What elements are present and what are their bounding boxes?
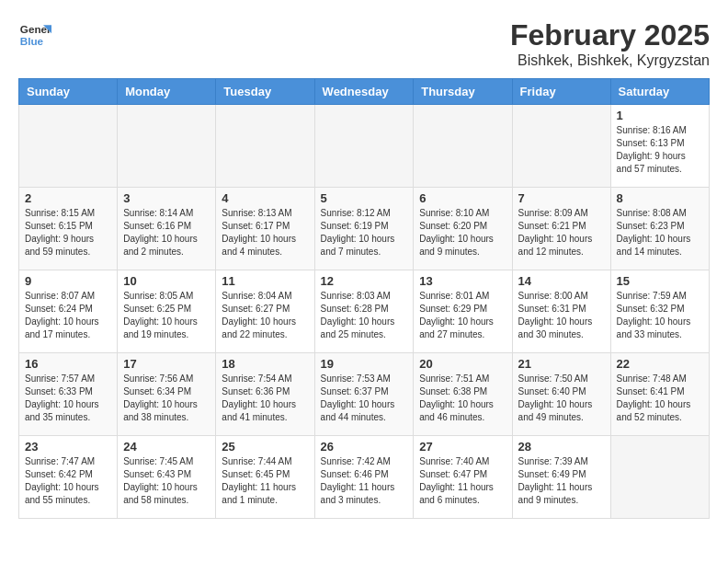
day-number: 26	[321, 440, 408, 454]
svg-text:General: General	[20, 23, 51, 35]
day-info: Sunrise: 8:08 AM Sunset: 6:23 PM Dayligh…	[617, 207, 703, 259]
calendar-cell: 28Sunrise: 7:39 AM Sunset: 6:49 PM Dayli…	[512, 436, 610, 519]
day-info: Sunrise: 8:09 AM Sunset: 6:21 PM Dayligh…	[518, 207, 605, 259]
day-info: Sunrise: 7:53 AM Sunset: 6:37 PM Dayligh…	[321, 373, 408, 424]
day-number: 17	[123, 357, 210, 371]
weekday-header-sunday: Sunday	[19, 79, 118, 105]
weekday-header-monday: Monday	[118, 79, 216, 105]
day-number: 21	[518, 357, 605, 371]
location-title: Bishkek, Bishkek, Kyrgyzstan	[510, 52, 710, 69]
calendar-cell: 27Sunrise: 7:40 AM Sunset: 6:47 PM Dayli…	[414, 436, 512, 519]
day-number: 13	[419, 274, 506, 288]
day-number: 28	[518, 440, 605, 454]
day-info: Sunrise: 7:39 AM Sunset: 6:49 PM Dayligh…	[518, 455, 605, 507]
day-number: 6	[419, 191, 506, 205]
calendar-cell: 17Sunrise: 7:56 AM Sunset: 6:34 PM Dayli…	[118, 353, 216, 436]
day-number: 8	[617, 191, 703, 205]
day-number: 7	[518, 191, 605, 205]
page-header: General Blue General Blue February 2025 …	[18, 18, 710, 69]
day-number: 11	[222, 274, 308, 288]
calendar-cell: 13Sunrise: 8:01 AM Sunset: 6:29 PM Dayli…	[414, 270, 512, 353]
calendar-cell: 15Sunrise: 7:59 AM Sunset: 6:32 PM Dayli…	[610, 270, 709, 353]
day-number: 9	[25, 274, 111, 288]
day-number: 4	[222, 191, 308, 205]
calendar-cell	[512, 105, 610, 188]
day-number: 14	[518, 274, 605, 288]
calendar-week-0: 1Sunrise: 8:16 AM Sunset: 6:13 PM Daylig…	[19, 105, 710, 188]
title-block: February 2025 Bishkek, Bishkek, Kyrgyzst…	[510, 18, 710, 69]
day-info: Sunrise: 8:12 AM Sunset: 6:19 PM Dayligh…	[321, 207, 408, 259]
calendar-cell: 10Sunrise: 8:05 AM Sunset: 6:25 PM Dayli…	[118, 270, 216, 353]
day-info: Sunrise: 8:15 AM Sunset: 6:15 PM Dayligh…	[25, 207, 111, 259]
calendar-cell: 8Sunrise: 8:08 AM Sunset: 6:23 PM Daylig…	[610, 188, 709, 270]
calendar-cell: 26Sunrise: 7:42 AM Sunset: 6:46 PM Dayli…	[314, 436, 414, 519]
weekday-header-saturday: Saturday	[610, 79, 709, 105]
calendar-cell: 11Sunrise: 8:04 AM Sunset: 6:27 PM Dayli…	[216, 270, 314, 353]
day-info: Sunrise: 7:47 AM Sunset: 6:42 PM Dayligh…	[25, 455, 111, 507]
weekday-header-row: SundayMondayTuesdayWednesdayThursdayFrid…	[19, 79, 710, 105]
weekday-header-friday: Friday	[512, 79, 610, 105]
month-title: February 2025	[510, 18, 710, 52]
day-number: 19	[321, 357, 408, 371]
day-info: Sunrise: 8:07 AM Sunset: 6:24 PM Dayligh…	[25, 290, 111, 341]
weekday-header-wednesday: Wednesday	[314, 79, 414, 105]
calendar-cell: 20Sunrise: 7:51 AM Sunset: 6:38 PM Dayli…	[414, 353, 512, 436]
calendar-cell: 14Sunrise: 8:00 AM Sunset: 6:31 PM Dayli…	[512, 270, 610, 353]
day-number: 20	[419, 357, 506, 371]
calendar-cell	[118, 105, 216, 188]
calendar-cell: 7Sunrise: 8:09 AM Sunset: 6:21 PM Daylig…	[512, 188, 610, 270]
calendar-cell: 22Sunrise: 7:48 AM Sunset: 6:41 PM Dayli…	[610, 353, 709, 436]
day-number: 1	[617, 109, 703, 122]
calendar-cell: 2Sunrise: 8:15 AM Sunset: 6:15 PM Daylig…	[19, 188, 118, 270]
day-number: 25	[222, 440, 308, 454]
svg-text:Blue: Blue	[20, 35, 44, 47]
calendar-week-2: 9Sunrise: 8:07 AM Sunset: 6:24 PM Daylig…	[19, 270, 710, 353]
day-info: Sunrise: 7:50 AM Sunset: 6:40 PM Dayligh…	[518, 373, 605, 424]
day-info: Sunrise: 7:44 AM Sunset: 6:45 PM Dayligh…	[222, 455, 308, 507]
day-info: Sunrise: 8:00 AM Sunset: 6:31 PM Dayligh…	[518, 290, 605, 341]
calendar-week-1: 2Sunrise: 8:15 AM Sunset: 6:15 PM Daylig…	[19, 188, 710, 270]
day-info: Sunrise: 7:51 AM Sunset: 6:38 PM Dayligh…	[419, 373, 506, 424]
calendar-week-4: 23Sunrise: 7:47 AM Sunset: 6:42 PM Dayli…	[19, 436, 710, 519]
day-info: Sunrise: 8:05 AM Sunset: 6:25 PM Dayligh…	[123, 290, 210, 341]
day-info: Sunrise: 8:01 AM Sunset: 6:29 PM Dayligh…	[419, 290, 506, 341]
day-number: 23	[25, 440, 111, 454]
day-info: Sunrise: 8:13 AM Sunset: 6:17 PM Dayligh…	[222, 207, 308, 259]
calendar-cell: 18Sunrise: 7:54 AM Sunset: 6:36 PM Dayli…	[216, 353, 314, 436]
day-number: 18	[222, 357, 308, 371]
day-info: Sunrise: 7:57 AM Sunset: 6:33 PM Dayligh…	[25, 373, 111, 424]
day-info: Sunrise: 7:40 AM Sunset: 6:47 PM Dayligh…	[419, 455, 506, 507]
calendar-cell: 9Sunrise: 8:07 AM Sunset: 6:24 PM Daylig…	[19, 270, 118, 353]
day-number: 22	[617, 357, 703, 371]
weekday-header-thursday: Thursday	[414, 79, 512, 105]
calendar-cell: 5Sunrise: 8:12 AM Sunset: 6:19 PM Daylig…	[314, 188, 414, 270]
day-number: 15	[617, 274, 703, 288]
calendar-cell	[19, 105, 118, 188]
logo: General Blue General Blue	[18, 18, 55, 52]
calendar-cell	[414, 105, 512, 188]
calendar-cell: 19Sunrise: 7:53 AM Sunset: 6:37 PM Dayli…	[314, 353, 414, 436]
calendar-cell	[314, 105, 414, 188]
day-number: 3	[123, 191, 210, 205]
day-info: Sunrise: 8:04 AM Sunset: 6:27 PM Dayligh…	[222, 290, 308, 341]
calendar-cell: 3Sunrise: 8:14 AM Sunset: 6:16 PM Daylig…	[118, 188, 216, 270]
day-number: 16	[25, 357, 111, 371]
day-info: Sunrise: 7:54 AM Sunset: 6:36 PM Dayligh…	[222, 373, 308, 424]
day-info: Sunrise: 7:56 AM Sunset: 6:34 PM Dayligh…	[123, 373, 210, 424]
logo-icon: General Blue	[18, 18, 51, 52]
day-info: Sunrise: 7:42 AM Sunset: 6:46 PM Dayligh…	[321, 455, 408, 507]
day-info: Sunrise: 7:59 AM Sunset: 6:32 PM Dayligh…	[617, 290, 703, 341]
calendar-cell: 21Sunrise: 7:50 AM Sunset: 6:40 PM Dayli…	[512, 353, 610, 436]
weekday-header-tuesday: Tuesday	[216, 79, 314, 105]
day-number: 5	[321, 191, 408, 205]
calendar-cell: 6Sunrise: 8:10 AM Sunset: 6:20 PM Daylig…	[414, 188, 512, 270]
day-info: Sunrise: 7:48 AM Sunset: 6:41 PM Dayligh…	[617, 373, 703, 424]
calendar-cell	[216, 105, 314, 188]
calendar-cell: 23Sunrise: 7:47 AM Sunset: 6:42 PM Dayli…	[19, 436, 118, 519]
day-number: 24	[123, 440, 210, 454]
calendar-cell: 25Sunrise: 7:44 AM Sunset: 6:45 PM Dayli…	[216, 436, 314, 519]
day-info: Sunrise: 7:45 AM Sunset: 6:43 PM Dayligh…	[123, 455, 210, 507]
day-info: Sunrise: 8:03 AM Sunset: 6:28 PM Dayligh…	[321, 290, 408, 341]
day-number: 10	[123, 274, 210, 288]
day-info: Sunrise: 8:16 AM Sunset: 6:13 PM Dayligh…	[617, 124, 703, 176]
